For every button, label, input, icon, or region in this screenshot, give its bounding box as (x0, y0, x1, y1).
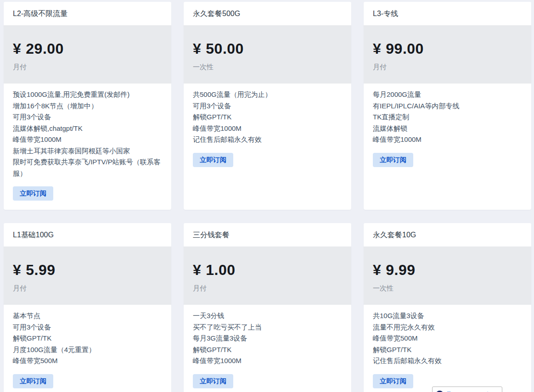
feature-line: 解锁GPT/TK (13, 333, 162, 344)
feature-list: 基本节点可用3个设备解锁GPT/TK月度100G流量（4元重置）峰值带宽500M (13, 310, 162, 367)
feature-line: 解锁GPT/TK (193, 112, 342, 123)
currency-symbol: ¥ (193, 262, 201, 278)
plan-price: ¥1.00 (193, 260, 342, 280)
subscribe-button[interactable]: 立即订阅 (13, 374, 53, 388)
subscribe-button[interactable]: 立即订阅 (373, 374, 413, 388)
feature-line: 共500G流量（用完为止） (193, 89, 342, 101)
feature-line: 预设1000G流量,用完免费重置(发邮件) (13, 89, 162, 101)
feature-line: 解锁GPT/TK (193, 344, 342, 356)
feature-line: 每月3G流量3设备 (193, 333, 342, 344)
billing-cycle: 一次性 (373, 284, 522, 293)
feature-line: 峰值带宽1000M (193, 355, 342, 367)
currency-symbol: ¥ (13, 262, 21, 278)
feature-list: 预设1000G流量,用完免费重置(发邮件)增加16个8K节点（增加中）可用3个设… (13, 89, 162, 179)
plan-card: 三分钱套餐 ¥1.00 月付 一天3分钱买不了吃亏买不了上当每月3G流量3设备解… (184, 223, 351, 392)
feature-list: 共500G流量（用完为止）可用3个设备解锁GPT/TK峰值带宽1000M记住售后… (193, 89, 342, 146)
subscribe-button[interactable]: 立即订阅 (193, 153, 233, 167)
plan-card: L2-高级不限流量 ¥29.00 月付 预设1000G流量,用完免费重置(发邮件… (4, 2, 171, 210)
price-section: ¥9.99 一次性 (364, 246, 531, 305)
toolbar-logo-icon (436, 391, 444, 392)
plan-card: 永久套餐10G ¥9.99 一次性 共10G流量3设备流量不用完永久有效峰值带宽… (364, 223, 531, 392)
plans-grid: L2-高级不限流量 ¥29.00 月付 预设1000G流量,用完免费重置(发邮件… (0, 0, 534, 392)
price-section: ¥5.99 月付 (4, 246, 171, 305)
billing-cycle: 月付 (193, 284, 342, 293)
subscribe-button[interactable]: 立即订阅 (373, 153, 413, 167)
feature-line: 基本节点 (13, 310, 162, 322)
features-section: 共10G流量3设备流量不用完永久有效峰值带宽500M解锁GPT/TK记住售后邮箱… (364, 305, 531, 392)
price-section: ¥99.00 月付 (364, 25, 531, 84)
price-section: ¥1.00 月付 (184, 246, 351, 305)
subscribe-button[interactable]: 立即订阅 (13, 186, 53, 201)
price-amount: 1.00 (206, 262, 235, 278)
feature-line: 记住售后邮箱永久有效 (373, 355, 522, 367)
feature-line: 一天3分钱 (193, 310, 342, 322)
feature-line: 每月2000G流量 (373, 89, 522, 101)
plan-price: ¥5.99 (13, 260, 162, 280)
subscribe-button[interactable]: 立即订阅 (193, 374, 233, 388)
plan-card: 永久套餐500G ¥50.00 一次性 共500G流量（用完为止）可用3个设备解… (184, 2, 351, 210)
feature-line: 流媒体解锁,chatgpt/TK (13, 123, 162, 134)
feature-line: 记住售后邮箱永久有效 (193, 134, 342, 146)
price-section: ¥50.00 一次性 (184, 25, 351, 84)
feature-line: 月度100G流量（4元重置） (13, 344, 162, 356)
selection-toolbar[interactable]: ⎘▶»▭▪✱✎ (432, 386, 502, 392)
feature-line: 峰值带宽1000M (373, 134, 522, 146)
price-amount: 29.00 (26, 40, 64, 57)
price-section: ¥29.00 月付 (4, 25, 171, 84)
feature-line: 增加16个8K节点（增加中） (13, 101, 162, 112)
currency-symbol: ¥ (373, 262, 381, 278)
currency-symbol: ¥ (373, 40, 381, 57)
feature-line: 流量不用完永久有效 (373, 322, 522, 333)
feature-line: 峰值带宽1000M (13, 134, 162, 146)
feature-line: 峰值带宽500M (13, 355, 162, 367)
feature-line: 新增土耳其菲律宾泰国阿根廷等小国家 (13, 146, 162, 157)
currency-symbol: ¥ (193, 40, 201, 57)
plan-name: L1基础100G (13, 231, 54, 239)
currency-symbol: ¥ (13, 40, 21, 57)
features-section: 一天3分钱买不了吃亏买不了上当每月3G流量3设备解锁GPT/TK峰值带宽1000… (184, 305, 351, 392)
price-amount: 99.00 (386, 40, 424, 57)
plan-name: L2-高级不限流量 (13, 10, 67, 17)
plan-price: ¥9.99 (373, 260, 522, 280)
features-section: 共500G流量（用完为止）可用3个设备解锁GPT/TK峰值带宽1000M记住售后… (184, 84, 351, 210)
billing-cycle: 月付 (373, 63, 522, 72)
features-section: 预设1000G流量,用完免费重置(发邮件)增加16个8K节点（增加中）可用3个设… (4, 84, 171, 210)
plan-name: 永久套餐500G (193, 10, 240, 17)
billing-cycle: 一次性 (193, 63, 342, 72)
plan-price: ¥50.00 (193, 39, 342, 58)
billing-cycle: 月付 (13, 284, 162, 293)
feature-line: 买不了吃亏买不了上当 (193, 322, 342, 333)
price-amount: 50.00 (206, 40, 244, 57)
feature-line: 可用3个设备 (13, 322, 162, 333)
feature-list: 一天3分钱买不了吃亏买不了上当每月3G流量3设备解锁GPT/TK峰值带宽1000… (193, 310, 342, 367)
feature-line: 解锁GPT/TK (373, 344, 522, 356)
billing-cycle: 月付 (13, 63, 162, 72)
feature-line: 可用3个设备 (193, 101, 342, 112)
plan-name: 三分钱套餐 (193, 231, 230, 239)
plan-card: L3-专线 ¥99.00 月付 每月2000G流量有IEPL/IPLC/AIA等… (364, 2, 531, 210)
features-section: 每月2000G流量有IEPL/IPLC/AIA等内部专线TK直播定制流媒体解锁峰… (364, 84, 531, 210)
plan-price: ¥29.00 (13, 39, 162, 58)
feature-line: 共10G流量3设备 (373, 310, 522, 322)
price-amount: 9.99 (386, 262, 415, 278)
feature-line: 限时可免费获取共享奈飞/IPTV/P站账号（联系客服） (13, 157, 162, 179)
feature-line: 流媒体解锁 (373, 123, 522, 134)
price-amount: 5.99 (26, 262, 55, 278)
features-section: 基本节点可用3个设备解锁GPT/TK月度100G流量（4元重置）峰值带宽500M… (4, 305, 171, 392)
plan-name: 永久套餐10G (373, 231, 416, 239)
feature-line: 峰值带宽1000M (193, 123, 342, 134)
feature-line: 有IEPL/IPLC/AIA等内部专线 (373, 101, 522, 112)
plan-card: L1基础100G ¥5.99 月付 基本节点可用3个设备解锁GPT/TK月度10… (4, 223, 171, 392)
feature-line: TK直播定制 (373, 112, 522, 123)
feature-line: 峰值带宽500M (373, 333, 522, 344)
feature-line: 可用3个设备 (13, 112, 162, 123)
feature-list: 共10G流量3设备流量不用完永久有效峰值带宽500M解锁GPT/TK记住售后邮箱… (373, 310, 522, 367)
plan-name: L3-专线 (373, 10, 398, 17)
plan-price: ¥99.00 (373, 39, 522, 58)
feature-list: 每月2000G流量有IEPL/IPLC/AIA等内部专线TK直播定制流媒体解锁峰… (373, 89, 522, 146)
